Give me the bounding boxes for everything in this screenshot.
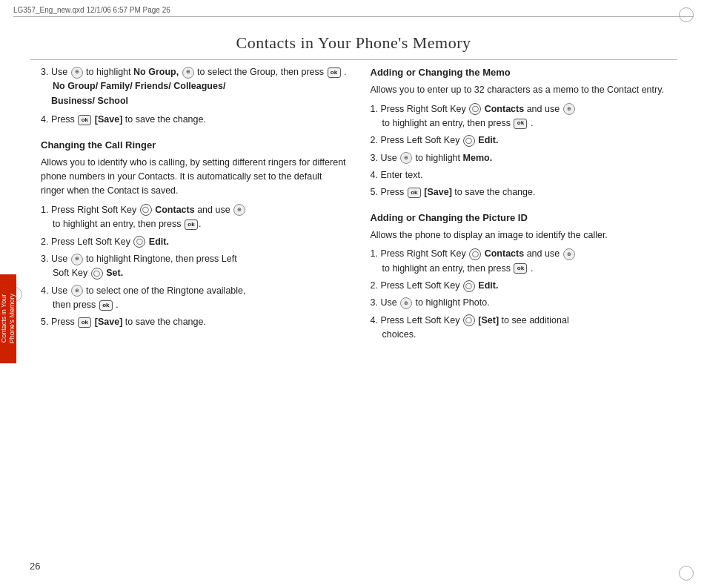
page-title: Contacts in Your Phone's Memory bbox=[0, 33, 707, 53]
ringer-step-1-cont: to highlight an entry, then press ok. bbox=[41, 219, 201, 229]
soft-key-icon-3: ◯ bbox=[91, 268, 103, 280]
ok-icon-5: ok bbox=[78, 317, 91, 328]
picture-id-desc: Allows the phone to display an image to … bbox=[371, 228, 678, 242]
memo-step-1-cont: to highlight an entry, then press ok . bbox=[371, 118, 534, 128]
picid-step-2: 2. Press Left Soft Key ◯ Edit. bbox=[371, 279, 678, 293]
nav-icon-p1: ⊕ bbox=[563, 248, 575, 260]
nav-icon-3: ⊕ bbox=[233, 204, 245, 216]
ringer-step-3: 3. Use ⊕ to highlight Ringtone, then pre… bbox=[41, 252, 348, 281]
soft-key-icon-r2: ◯ bbox=[463, 135, 475, 147]
section-title-call-ringer: Changing the Call Ringer bbox=[41, 138, 348, 153]
soft-key-icon-p2: ◯ bbox=[463, 280, 475, 292]
memo-step-3: 3. Use ⊕ to highlight Memo. bbox=[371, 151, 678, 165]
ringer-step-3-cont: Soft Key ◯ Set. bbox=[41, 268, 123, 278]
nav-icon-1: ⊕ bbox=[71, 67, 83, 79]
nav-icon-5: ⊕ bbox=[71, 285, 83, 297]
call-ringer-desc: Allows you to identify who is calling, b… bbox=[41, 156, 348, 199]
memo-step-2: 2. Press Left Soft Key ◯ Edit. bbox=[371, 133, 678, 148]
ringer-step-4-cont: then press ok . bbox=[41, 300, 119, 310]
ok-icon-r1: ok bbox=[514, 119, 527, 129]
memo-step-5: 5. Press ok [Save] to save the change. bbox=[371, 185, 678, 199]
nav-icon-4: ⊕ bbox=[71, 254, 83, 265]
ringer-step-2: 2. Press Left Soft Key ◯ Edit. bbox=[41, 235, 348, 249]
ringer-step-5: 5. Press ok [Save] to save the change. bbox=[41, 315, 348, 329]
memo-desc: Allows you to enter up to 32 characters … bbox=[371, 83, 678, 97]
section-title-picture-id: Adding or Changing the Picture ID bbox=[371, 211, 678, 225]
header-text: LG357_Eng_new.qxd 12/1/06 6:57 PM Page 2… bbox=[13, 6, 170, 14]
soft-key-icon-r1: ◯ bbox=[469, 103, 481, 115]
memo-step-1: 1. Press Right Soft Key ◯ Contacts and u… bbox=[371, 102, 678, 131]
step-3: 3. Use ⊕ to highlight No Group, ⊕ to sel… bbox=[41, 65, 348, 108]
step-4: 4. Press ok [Save] to save the change. bbox=[41, 113, 348, 127]
header-bar: LG357_Eng_new.qxd 12/1/06 6:57 PM Page 2… bbox=[13, 6, 694, 17]
ringer-step-4: 4. Use ⊕ to select one of the Ringtone a… bbox=[41, 284, 348, 313]
ok-icon-4: ok bbox=[99, 300, 113, 311]
nav-icon-r2: ⊕ bbox=[400, 152, 412, 164]
nav-icon-r1: ⊕ bbox=[563, 103, 575, 115]
picid-step-1-cont: to highlight an entry, then press ok . bbox=[371, 263, 534, 274]
picid-step-1: 1. Press Right Soft Key ◯ Contacts and u… bbox=[371, 247, 678, 276]
corner-decoration-top-right bbox=[679, 7, 694, 22]
page-number: 26 bbox=[30, 561, 40, 572]
main-content: 3. Use ⊕ to highlight No Group, ⊕ to sel… bbox=[41, 65, 677, 551]
nav-icon-p2: ⊕ bbox=[400, 297, 412, 309]
corner-decoration-bottom-right bbox=[679, 566, 694, 581]
title-rule bbox=[30, 59, 677, 60]
ringer-step-1: 1. Press Right Soft Key ◯ Contacts and u… bbox=[41, 203, 348, 232]
group-options: No Group/ Family/ Friends/ Colleagues/ B… bbox=[41, 81, 225, 105]
ok-icon-2: ok bbox=[78, 115, 91, 125]
ok-icon-p1: ok bbox=[514, 263, 527, 274]
nav-icon-2: ⊕ bbox=[182, 67, 194, 79]
picid-step-3: 3. Use ⊕ to highlight Photo. bbox=[371, 296, 678, 310]
ok-icon-1: ok bbox=[328, 67, 341, 78]
right-column: Adding or Changing the Memo Allows you t… bbox=[371, 65, 678, 551]
ok-icon-r2: ok bbox=[408, 188, 421, 198]
soft-key-icon-1: ◯ bbox=[140, 204, 152, 216]
ok-icon-3: ok bbox=[185, 219, 198, 230]
soft-key-icon-p3: ◯ bbox=[463, 314, 475, 326]
picid-step-4-cont: choices. bbox=[371, 329, 416, 340]
side-tab: Contacts in Your Phone's Memory bbox=[0, 274, 16, 363]
side-tab-text: Contacts in Your Phone's Memory bbox=[0, 294, 16, 343]
soft-key-icon-p1: ◯ bbox=[469, 248, 481, 260]
memo-step-4: 4. Enter text. bbox=[371, 168, 678, 182]
section-title-memo: Adding or Changing the Memo bbox=[371, 65, 678, 80]
picid-step-4: 4. Press Left Soft Key ◯ [Set] to see ad… bbox=[371, 314, 678, 343]
left-column: 3. Use ⊕ to highlight No Group, ⊕ to sel… bbox=[41, 65, 348, 551]
soft-key-icon-2: ◯ bbox=[133, 236, 145, 248]
